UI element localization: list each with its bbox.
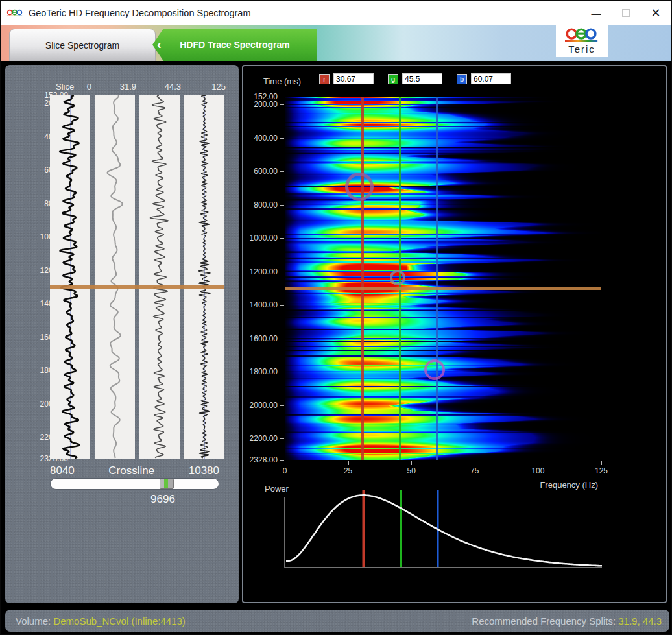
time-tick-label: 1400.00 bbox=[245, 300, 278, 309]
time-tick-mark bbox=[280, 305, 284, 306]
freq-tick-label: 25 bbox=[335, 466, 361, 475]
volume-label: Volume: bbox=[16, 616, 51, 627]
frequency-pick-marker bbox=[424, 359, 445, 380]
freq-tick-label: 50 bbox=[398, 466, 424, 475]
r-frequency-input[interactable] bbox=[333, 73, 374, 84]
minimize-button[interactable]: — bbox=[581, 1, 611, 25]
volume-status: Volume: DemoSub_NCvol (Inline:4413) bbox=[16, 616, 186, 627]
g-channel-badge: g bbox=[388, 74, 398, 84]
crossline-slider[interactable] bbox=[50, 478, 219, 490]
splits-value: 31.9, 44.3 bbox=[618, 616, 662, 627]
logo-teric-text: Teric bbox=[568, 43, 595, 54]
splits-label: Recommended Frequency Splits: bbox=[472, 616, 616, 627]
freq-tick-label: 75 bbox=[462, 466, 488, 475]
freq-tick-mark bbox=[411, 461, 412, 465]
status-bar: Volume: DemoSub_NCvol (Inline:4413) Reco… bbox=[5, 610, 669, 632]
time-tick-label: 2000.00 bbox=[245, 401, 278, 410]
time-tick-mark bbox=[280, 272, 284, 272]
geoteric-logo-icon bbox=[565, 27, 599, 43]
tab-bar: Slice Spectrogram ‹ HDFD Trace Spectrogr… bbox=[1, 25, 671, 61]
slice-column-label: 31.9 bbox=[97, 82, 136, 91]
time-tick-mark bbox=[280, 339, 284, 339]
time-tick-mark bbox=[280, 97, 284, 97]
r-channel-badge: r bbox=[319, 74, 330, 84]
frequency-pick-marker bbox=[390, 270, 405, 285]
seismic-trace-canvas bbox=[139, 95, 180, 459]
crossline-max: 10380 bbox=[189, 464, 219, 477]
time-tick-mark bbox=[280, 138, 284, 139]
slice-column-label: 0 bbox=[53, 82, 91, 91]
seismic-trace-canvas bbox=[50, 95, 90, 459]
time-tick-label: 1000.00 bbox=[245, 234, 278, 243]
freq-tick-mark bbox=[348, 461, 349, 465]
spectrogram-canvas[interactable] bbox=[285, 97, 601, 460]
crossline-time-indicator bbox=[50, 285, 224, 289]
crossline-value: 9696 bbox=[121, 493, 205, 506]
app-window: GeoTeric HD Frequency Decomposition Spec… bbox=[0, 0, 672, 635]
maximize-icon bbox=[622, 9, 630, 17]
slice-column-label: 125 bbox=[187, 82, 226, 91]
crossline-min: 8040 bbox=[50, 464, 75, 477]
time-tick-mark bbox=[280, 171, 284, 172]
geoteric-logo-icon bbox=[6, 6, 23, 20]
volume-value: DemoSub_NCvol (Inline:4413) bbox=[53, 616, 185, 627]
spectrogram-panel: rgb Time (ms) 152.00200.00400.00600.0080… bbox=[242, 65, 667, 603]
seismic-trace-canvas bbox=[184, 95, 224, 459]
tab-slice-label: Slice Spectrogram bbox=[45, 40, 119, 51]
b-frequency-line[interactable] bbox=[436, 97, 438, 460]
freq-tick-mark bbox=[538, 461, 538, 465]
time-tick-label: 2200.00 bbox=[245, 434, 278, 443]
time-tick-label: 200.00 bbox=[245, 100, 278, 109]
crossline-slider-handle[interactable] bbox=[160, 479, 174, 489]
time-tick-label: 1800.00 bbox=[245, 367, 278, 376]
time-tick-label: 1600.00 bbox=[245, 334, 278, 343]
crossline-label: Crossline bbox=[108, 464, 154, 477]
time-tick-mark bbox=[280, 238, 284, 239]
time-tick-mark bbox=[70, 459, 75, 459]
freq-tick-label: 100 bbox=[525, 466, 551, 475]
window-title: GeoTeric HD Frequency Decomposition Spec… bbox=[29, 8, 251, 18]
freq-tick-label: 125 bbox=[588, 466, 614, 475]
crossline-scale-row: 8040 Crossline 10380 bbox=[50, 464, 219, 477]
time-tick-label: 2328.00 bbox=[245, 455, 278, 464]
power-spectrum-plot bbox=[282, 490, 604, 573]
time-axis-label: Time (ms) bbox=[263, 77, 301, 86]
main-area: Slice 031.944.3125 152.00200.00400.00600… bbox=[1, 61, 671, 607]
time-tick-mark bbox=[280, 405, 284, 406]
b-channel-badge: b bbox=[457, 74, 467, 84]
crossline-time-indicator bbox=[285, 287, 601, 290]
trace-panel: Slice 031.944.3125 152.00200.00400.00600… bbox=[5, 65, 239, 603]
splits-status: Recommended Frequency Splits: 31.9, 44.3 bbox=[472, 616, 662, 627]
time-tick-mark bbox=[280, 460, 284, 461]
g-frequency-input[interactable] bbox=[402, 73, 442, 84]
slice-column-label: 44.3 bbox=[142, 82, 181, 91]
maximize-button[interactable] bbox=[611, 1, 641, 25]
tab-hdfd-trace-spectrogram[interactable]: ‹ HDFD Trace Spectrogram bbox=[152, 29, 317, 61]
tab-hdfd-label: HDFD Trace Spectrogram bbox=[180, 40, 290, 50]
power-spectrum-curve bbox=[286, 495, 602, 566]
freq-tick-mark bbox=[601, 461, 602, 465]
time-tick-label: 600.00 bbox=[245, 167, 278, 176]
freq-tick-label: 0 bbox=[272, 466, 298, 475]
time-tick-mark bbox=[280, 104, 284, 105]
r-frequency-line[interactable] bbox=[361, 97, 364, 460]
seismic-trace-canvas bbox=[95, 95, 135, 459]
b-frequency-input[interactable] bbox=[471, 73, 511, 84]
freq-tick-mark bbox=[475, 461, 475, 465]
tab-slice-spectrogram[interactable]: Slice Spectrogram bbox=[9, 29, 156, 61]
time-tick-label: 400.00 bbox=[245, 134, 278, 143]
geoteric-brand-logo: Teric bbox=[556, 25, 608, 57]
title-bar: GeoTeric HD Frequency Decomposition Spec… bbox=[1, 1, 671, 25]
chevron-left-icon: ‹ bbox=[157, 37, 162, 52]
time-tick-label: 800.00 bbox=[245, 200, 278, 210]
freq-tick-mark bbox=[285, 461, 285, 465]
frequency-pick-marker bbox=[345, 173, 374, 201]
close-button[interactable]: ✕ bbox=[641, 1, 671, 25]
time-tick-mark bbox=[280, 372, 284, 372]
time-tick-mark bbox=[280, 438, 284, 439]
window-controls: — ✕ bbox=[581, 1, 671, 25]
frequency-axis-label: Frequency (Hz) bbox=[540, 480, 598, 490]
time-tick-mark bbox=[280, 205, 284, 206]
time-tick-label: 1200.00 bbox=[245, 267, 278, 276]
rgb-frequency-inputs: rgb bbox=[319, 73, 522, 84]
